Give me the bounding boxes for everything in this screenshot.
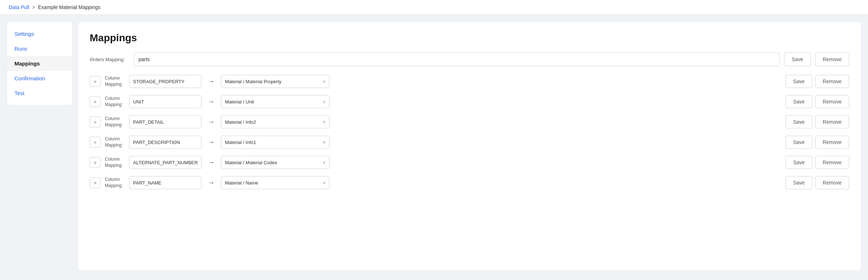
sidebar-item-mappings[interactable]: Mappings	[7, 56, 72, 71]
mapping-row: >Column Mapping:→Material / UnitSaveRemo…	[90, 95, 849, 108]
sidebar-item-settings[interactable]: Settings	[7, 26, 72, 41]
mapping-row: >Column Mapping:→Material / Material Cod…	[90, 156, 849, 169]
main-content: Mappings Orders Mapping: Save Remove >Co…	[78, 22, 861, 270]
mapping-row: >Column Mapping:→Material / Info2SaveRem…	[90, 115, 849, 128]
destination-wrapper: Material / Name	[221, 176, 329, 189]
column-mapping-label: Column Mapping:	[105, 136, 125, 148]
row-save-button[interactable]: Save	[786, 156, 812, 169]
row-remove-button[interactable]: Remove	[815, 176, 849, 189]
column-mapping-label: Column Mapping:	[105, 177, 125, 189]
destination-select[interactable]: Material / Unit	[221, 95, 329, 108]
row-remove-button[interactable]: Remove	[815, 75, 849, 88]
column-mapping-label: Column Mapping:	[105, 96, 125, 108]
row-remove-button[interactable]: Remove	[815, 95, 849, 108]
column-mapping-label: Column Mapping:	[105, 75, 125, 88]
destination-wrapper: Material / Info2	[221, 115, 329, 128]
row-buttons: SaveRemove	[786, 176, 849, 189]
row-save-button[interactable]: Save	[786, 115, 812, 128]
column-mapping-input[interactable]	[129, 156, 201, 169]
orders-remove-button[interactable]: Remove	[815, 52, 849, 66]
mapping-row: >Column Mapping:→Material / NameSaveRemo…	[90, 176, 849, 189]
expand-button[interactable]: >	[90, 177, 101, 188]
arrow-icon: →	[206, 139, 217, 146]
row-buttons: SaveRemove	[786, 156, 849, 169]
expand-button[interactable]: >	[90, 116, 101, 127]
destination-select[interactable]: Material / Material Codes	[221, 156, 329, 169]
destination-wrapper: Material / Material Property	[221, 75, 329, 88]
column-mapping-label: Column Mapping:	[105, 156, 125, 169]
row-buttons: SaveRemove	[786, 75, 849, 88]
row-save-button[interactable]: Save	[786, 176, 812, 189]
row-save-button[interactable]: Save	[786, 75, 812, 88]
breadcrumb-current: Example Material Mappings	[38, 4, 101, 10]
expand-button[interactable]: >	[90, 137, 101, 148]
column-mapping-input[interactable]	[129, 176, 201, 189]
column-mapping-input[interactable]	[129, 95, 201, 108]
mapping-row: >Column Mapping:→Material / Info1SaveRem…	[90, 136, 849, 149]
destination-wrapper: Material / Info1	[221, 136, 329, 149]
column-mapping-input[interactable]	[129, 75, 201, 88]
row-buttons: SaveRemove	[786, 115, 849, 128]
row-buttons: SaveRemove	[786, 95, 849, 108]
destination-select[interactable]: Material / Info2	[221, 115, 329, 128]
column-mapping-input[interactable]	[129, 115, 201, 128]
destination-select[interactable]: Material / Info1	[221, 136, 329, 149]
arrow-icon: →	[206, 179, 217, 187]
breadcrumb-link[interactable]: Data Pull	[9, 4, 29, 10]
orders-mapping-input[interactable]	[134, 52, 780, 66]
sidebar-item-test[interactable]: Test	[7, 86, 72, 101]
orders-mapping-label: Orders Mapping:	[90, 57, 129, 62]
destination-wrapper: Material / Material Codes	[221, 156, 329, 169]
destination-wrapper: Material / Unit	[221, 95, 329, 108]
arrow-icon: →	[206, 98, 217, 106]
expand-button[interactable]: >	[90, 157, 101, 168]
row-remove-button[interactable]: Remove	[815, 156, 849, 169]
destination-select[interactable]: Material / Name	[221, 176, 329, 189]
row-remove-button[interactable]: Remove	[815, 136, 849, 149]
mapping-rows-container: >Column Mapping:→Material / Material Pro…	[90, 75, 849, 189]
expand-button[interactable]: >	[90, 96, 101, 107]
sidebar: SettingsRunsMappingsConfirmationTest	[7, 22, 72, 105]
orders-save-button[interactable]: Save	[784, 52, 811, 66]
expand-button[interactable]: >	[90, 76, 101, 87]
page-title: Mappings	[90, 32, 849, 44]
row-save-button[interactable]: Save	[786, 136, 812, 149]
row-buttons: SaveRemove	[786, 136, 849, 149]
mapping-row: >Column Mapping:→Material / Material Pro…	[90, 75, 849, 88]
column-mapping-input[interactable]	[129, 136, 201, 149]
column-mapping-label: Column Mapping:	[105, 116, 125, 128]
sidebar-item-runs[interactable]: Runs	[7, 41, 72, 56]
arrow-icon: →	[206, 159, 217, 166]
arrow-icon: →	[206, 118, 217, 126]
row-remove-button[interactable]: Remove	[815, 115, 849, 128]
top-bar: Data Pull > Example Material Mappings	[0, 0, 868, 15]
orders-mapping-row: Orders Mapping: Save Remove	[90, 52, 849, 66]
row-save-button[interactable]: Save	[786, 95, 812, 108]
sidebar-item-confirmation[interactable]: Confirmation	[7, 71, 72, 86]
breadcrumb-separator: >	[32, 4, 35, 10]
arrow-icon: →	[206, 78, 217, 85]
destination-select[interactable]: Material / Material Property	[221, 75, 329, 88]
layout: SettingsRunsMappingsConfirmationTest Map…	[0, 15, 868, 277]
